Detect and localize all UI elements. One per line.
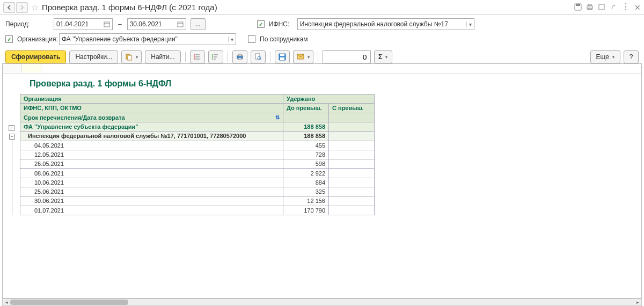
svg-rect-19 xyxy=(238,54,241,56)
header-before-excess: До превыш. xyxy=(283,104,329,113)
ruler xyxy=(3,64,641,74)
table-row[interactable]: 04.05.2021455 xyxy=(20,141,375,150)
scroll-right-icon[interactable]: ▸ xyxy=(634,299,641,305)
header-transfer-date[interactable]: Срок перечисления/Дата возврата ⇅ xyxy=(20,113,283,122)
number-input[interactable] xyxy=(323,50,371,63)
more-button[interactable]: Еще ▾ xyxy=(590,50,620,63)
sigma-icon: Σ xyxy=(378,53,382,61)
period-label: Период: xyxy=(5,20,49,28)
date-from-value: 01.04.2021 xyxy=(56,20,89,28)
ifns-checkbox[interactable] xyxy=(257,20,265,28)
generate-button[interactable]: Сформировать xyxy=(5,50,66,63)
svg-line-23 xyxy=(260,59,261,60)
report-area[interactable]: Проверка разд. 1 формы 6-НДФЛ − − Органи… xyxy=(2,63,642,298)
svg-rect-8 xyxy=(178,22,183,27)
ifns-value: Инспекция федеральной налоговой службы №… xyxy=(300,20,464,28)
email-button[interactable]: ▾ xyxy=(293,50,313,63)
expand-tree-icon xyxy=(194,53,201,61)
mail-icon xyxy=(297,54,304,60)
print-icon[interactable] xyxy=(586,3,594,12)
org-checkbox[interactable] xyxy=(5,35,13,43)
nav-forward-button[interactable] xyxy=(16,2,28,13)
report-title: Проверка разд. 1 формы 6-НДФЛ xyxy=(3,74,641,94)
scroll-left-icon[interactable]: ◂ xyxy=(3,299,10,305)
svg-rect-3 xyxy=(588,4,591,6)
date-to-value: 30.06.2021 xyxy=(130,20,162,28)
arrow-right-icon xyxy=(19,5,25,10)
org-value: ФА "Управление субъекта федерации" xyxy=(62,35,226,43)
save-icon[interactable] xyxy=(574,3,582,12)
date-from-input[interactable]: 01.04.2021 xyxy=(54,18,113,30)
chevron-down-icon: ▾ xyxy=(612,55,614,60)
by-employees-checkbox[interactable] xyxy=(248,35,255,43)
preview-button[interactable] xyxy=(251,50,266,63)
svg-rect-5 xyxy=(599,4,604,10)
help-button[interactable]: ? xyxy=(624,50,639,63)
date-to-input[interactable]: 30.06.2021 xyxy=(127,18,186,30)
nav-back-button[interactable] xyxy=(3,2,15,13)
subgroup-row[interactable]: Инспекция федеральной налоговой службы №… xyxy=(20,132,375,141)
svg-rect-1 xyxy=(576,4,580,6)
print-icon xyxy=(236,53,244,61)
copy-icon xyxy=(125,53,133,61)
svg-rect-26 xyxy=(280,57,284,60)
preview-icon xyxy=(254,53,262,61)
header-ifns: ИФНС, КПП, ОКТМО xyxy=(20,104,283,113)
floppy-icon xyxy=(279,53,286,61)
horizontal-scrollbar[interactable]: ◂ ▸ xyxy=(2,298,642,306)
ifns-label: ИФНС: xyxy=(269,20,293,28)
header-org: Организация xyxy=(20,94,283,104)
chevron-down-icon: ▾ xyxy=(308,55,310,60)
save-file-button[interactable] xyxy=(275,50,290,63)
header-with-excess: С превыш. xyxy=(329,104,375,113)
collapse-tree-icon xyxy=(212,53,219,61)
date-separator: – xyxy=(118,20,122,28)
chevron-down-icon: ▾ xyxy=(228,37,233,42)
sort-asc-icon: ⇅ xyxy=(275,114,280,120)
table-row[interactable]: 08.06.20212 922 xyxy=(20,169,375,178)
org-dropdown[interactable]: ФА "Управление субъекта федерации" ▾ xyxy=(59,33,236,45)
chevron-down-icon: ▾ xyxy=(385,55,387,60)
group-row[interactable]: ФА "Управление субъекта федерации" 188 8… xyxy=(20,122,375,131)
scrollbar-thumb[interactable] xyxy=(10,300,128,305)
expand-all-button[interactable] xyxy=(190,50,205,63)
calendar-icon[interactable] xyxy=(177,21,184,27)
table-row[interactable]: 30.06.202112 156 xyxy=(20,196,375,206)
copy-button[interactable]: ▾ xyxy=(121,50,142,63)
collapse-subgroup-button[interactable]: − xyxy=(9,134,15,140)
more-menu-icon[interactable]: ⋮ xyxy=(621,3,630,12)
page-title: Проверка разд. 1 формы 6-НДФЛ (с 2021 го… xyxy=(42,3,574,12)
svg-rect-25 xyxy=(280,54,284,56)
find-button[interactable]: Найти... xyxy=(145,50,180,63)
chevron-down-icon: ▾ xyxy=(136,55,138,60)
svg-rect-20 xyxy=(238,58,241,60)
svg-rect-11 xyxy=(128,55,131,60)
window-icon[interactable] xyxy=(598,3,605,12)
print-button[interactable] xyxy=(232,50,247,63)
svg-rect-6 xyxy=(104,22,109,27)
period-picker-button[interactable]: ... xyxy=(191,18,206,30)
by-employees-label: По сотрудникам xyxy=(260,35,308,43)
link-icon[interactable] xyxy=(610,3,617,12)
report-table: Организация Удержано ИФНС, КПП, ОКТМО До… xyxy=(20,94,375,215)
org-label: Организация: xyxy=(17,35,55,43)
arrow-left-icon xyxy=(6,5,12,10)
ifns-dropdown[interactable]: Инспекция федеральной налоговой службы №… xyxy=(297,18,474,30)
header-withheld: Удержано xyxy=(283,94,375,104)
calendar-icon[interactable] xyxy=(104,21,110,27)
close-icon[interactable]: ✕ xyxy=(634,3,641,12)
sum-button[interactable]: Σ ▾ xyxy=(374,50,392,63)
table-row[interactable]: 01.07.2021170 790 xyxy=(20,206,375,215)
settings-button[interactable]: Настройки... xyxy=(69,50,118,63)
collapse-all-button[interactable] xyxy=(208,50,223,63)
table-row[interactable]: 10.06.2021884 xyxy=(20,178,375,187)
chevron-down-icon: ▾ xyxy=(466,21,472,27)
table-row[interactable]: 12.05.2021728 xyxy=(20,150,375,159)
favorite-star-icon[interactable]: ☆ xyxy=(31,2,39,12)
table-row[interactable]: 26.05.2021598 xyxy=(20,159,375,169)
table-row[interactable]: 25.06.2021325 xyxy=(20,187,375,196)
collapse-group-button[interactable]: − xyxy=(9,125,14,131)
